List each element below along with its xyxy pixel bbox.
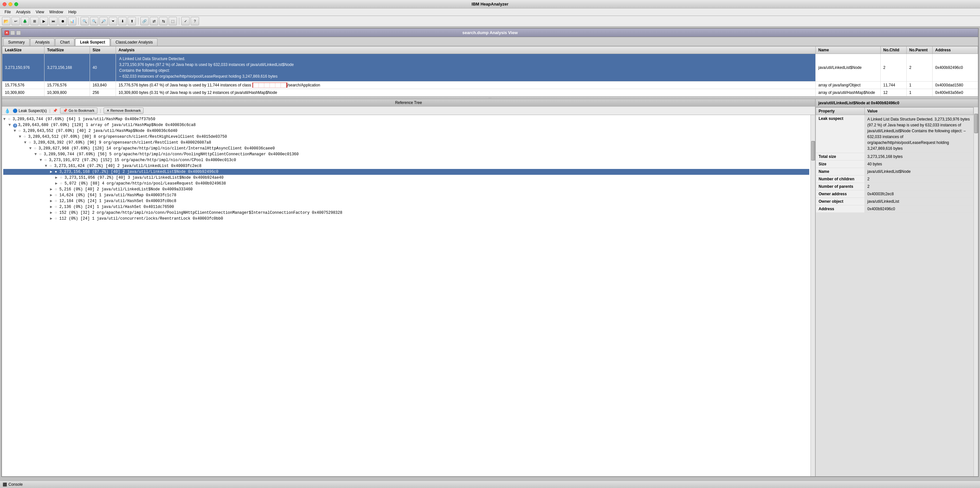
node-dot-icon: ○ xyxy=(29,140,33,145)
minimize-button[interactable] xyxy=(8,2,12,6)
cell-nochild: 11,744 xyxy=(881,81,907,89)
tool-search-prev[interactable]: 🔍 xyxy=(81,17,89,26)
col-name: Name xyxy=(816,46,881,54)
analysis-view-title: search.dump Analysis View xyxy=(462,30,518,35)
tool-search-next[interactable]: 🔍 xyxy=(90,17,99,26)
tab-analysis[interactable]: Analysis xyxy=(30,38,54,46)
tab-chart[interactable]: Chart xyxy=(55,38,74,46)
tool-link2[interactable]: ⇄ xyxy=(150,17,158,26)
tree-scrollbar[interactable] xyxy=(810,115,815,476)
tool-link3[interactable]: ⇆ xyxy=(159,17,167,26)
console-label: Console xyxy=(8,482,23,487)
tool-chart[interactable]: 📊 xyxy=(68,17,76,26)
tool-filter[interactable]: ⏷ xyxy=(109,17,117,26)
tool-tree[interactable]: 🌲 xyxy=(21,17,29,26)
menu-help[interactable]: Help xyxy=(66,9,79,15)
menu-window[interactable]: Window xyxy=(47,9,66,15)
tab-summary[interactable]: Summary xyxy=(3,38,30,46)
tool-download[interactable]: ⬇ xyxy=(118,17,127,26)
view-close[interactable]: ✕ xyxy=(5,30,9,35)
tab-bar: Summary Analysis Chart Leak Suspect Clas… xyxy=(2,37,978,46)
prop-label: Name xyxy=(816,168,865,175)
props-content: Property Value Leak suspect A Linked Lis… xyxy=(816,107,974,476)
tool-link1[interactable]: 🔗 xyxy=(140,17,149,26)
table-row[interactable]: 15,776,576 15,776,576 163,840 15,776,576… xyxy=(2,81,978,89)
tree-node[interactable]: ▼ i3,289,643,680 (97.69%) [128] 1 array … xyxy=(3,122,809,128)
tool-back[interactable]: ↩ xyxy=(11,17,20,26)
tree-node[interactable]: ▼ ○ 3,273,161,424 (97.2%) [40] 2 java/ut… xyxy=(3,163,809,169)
cell-totalsize: 15,776,576 xyxy=(45,81,90,89)
tool-box[interactable]: ⬚ xyxy=(169,17,177,26)
tree-node[interactable]: ▼ ○ 3,289,643,744 (97.69%) [64] 1 java/u… xyxy=(3,116,809,122)
tree-node[interactable]: ▶ ○ 14,624 (0%) [64] 1 java/util/HashMap… xyxy=(3,192,809,198)
cell-size: 163,840 xyxy=(90,81,116,89)
tree-node[interactable]: ▼ ○ 3,289,627,968 (97.69%) [128] 14 org/… xyxy=(3,145,809,152)
node-dot-icon: ○ xyxy=(60,181,64,186)
node-dot-icon: ○ xyxy=(54,205,59,209)
tool-upload[interactable]: ⬆ xyxy=(127,17,136,26)
separator2-icon: | xyxy=(100,108,101,113)
tree-node[interactable]: ▶ ● 3,273,156,168 (97.2%) [40] 2 java/ut… xyxy=(3,169,809,175)
tab-leak-suspect[interactable]: Leak Suspect xyxy=(75,38,110,46)
tree-node[interactable]: ▶ ○ 112 (0%) [24] 1 java/util/concurrent… xyxy=(3,216,809,222)
tab-classloader[interactable]: ClassLoader Analysis xyxy=(111,38,158,46)
tree-arrow-icon: ▶ xyxy=(50,211,54,215)
menu-view[interactable]: View xyxy=(33,9,47,15)
tool-help[interactable]: ? xyxy=(191,17,199,26)
node-dot-icon: ○ xyxy=(34,146,38,151)
props-scrollbar[interactable] xyxy=(974,107,978,476)
tree-node[interactable]: ▼ ○ 3,273,191,072 (97.2%) [152] 15 org/a… xyxy=(3,157,809,163)
tree-node[interactable]: ▼ ○ 3,289,628,392 (97.69%) [96] 9 org/op… xyxy=(3,140,809,145)
cell-address: 0x4000dad1580 xyxy=(932,81,978,89)
props-scroll-thumb[interactable] xyxy=(974,114,978,133)
node-dot-icon: ○ xyxy=(39,152,43,156)
tree-node[interactable]: ▶ ○ 5,216 (0%) [40] 2 java/util/LinkedLi… xyxy=(3,187,809,192)
tool-grid[interactable]: ⊞ xyxy=(30,17,39,26)
table-row[interactable]: 10,309,800 10,309,800 256 10,309,800 byt… xyxy=(2,89,978,96)
app-title-bar: IBM HeapAnalyzer xyxy=(0,0,980,8)
table-row[interactable]: 3,273,150,976 3,273,156,168 40 A Linked … xyxy=(2,54,978,81)
cell-noparent: 1 xyxy=(907,89,932,96)
tree-node[interactable]: ▶ ○ 5,072 (0%) [88] 4 org/apache/http/ni… xyxy=(3,181,809,187)
tool-step[interactable]: ⏭ xyxy=(49,17,57,26)
tree-node[interactable]: ▼ ○ 3,289,643,512 (97.69%) [80] 8 org/op… xyxy=(3,134,809,140)
menu-file[interactable]: File xyxy=(2,9,13,15)
cell-totalsize: 3,273,156,168 xyxy=(45,54,90,81)
menu-analysis[interactable]: Analysis xyxy=(13,9,33,15)
cell-size: 40 xyxy=(90,54,116,81)
tree-node[interactable]: ▶ ○ 3,273,151,056 (97.2%) [40] 3 java/ut… xyxy=(3,175,809,181)
tree-node[interactable]: ▶ ○ 152 (0%) [32] 2 org/apache/http/impl… xyxy=(3,210,809,216)
tool-open[interactable]: 📂 xyxy=(2,17,10,26)
goto-bookmark-button[interactable]: 📌 Go to Bookmark xyxy=(60,108,97,114)
view-restore[interactable] xyxy=(10,30,15,35)
remove-bookmark-button[interactable]: ✕ Remove Bookmark xyxy=(103,108,144,114)
tree-node[interactable]: ▼ ○ 3,289,590,744 (97.69%) [56] 5 org/ap… xyxy=(3,152,809,157)
tool-search2[interactable]: 🔎 xyxy=(99,17,108,26)
tree-arrow-icon: ▶ xyxy=(55,175,60,180)
toolbar: 📂 ↩ 🌲 ⊞ ▶ ⏭ ⏺ 📊 🔍 🔍 🔎 ⏷ ⬇ ⬆ 🔗 ⇄ ⇆ ⬚ ✓ ? xyxy=(0,16,980,27)
close-button[interactable] xyxy=(3,2,6,6)
tool-record[interactable]: ⏺ xyxy=(59,17,67,26)
props-scroll-wrap: Property Value Leak suspect A Linked Lis… xyxy=(816,107,978,476)
maximize-button[interactable] xyxy=(14,2,18,6)
cell-nochild: 2 xyxy=(881,54,907,81)
scroll-thumb[interactable] xyxy=(811,141,815,161)
prop-label: Size xyxy=(816,161,865,168)
tree-node[interactable]: ▼ ○ 3,289,643,552 (97.69%) [40] 2 java/u… xyxy=(3,128,809,134)
view-maximize[interactable] xyxy=(16,30,21,35)
props-row: Number of parents 2 xyxy=(816,183,974,190)
cell-noparent: 1 xyxy=(907,81,932,89)
tree-node[interactable]: ▶ ○ 12,184 (0%) [24] 1 java/util/HashSet… xyxy=(3,198,809,204)
analysis-view-titlebar: ✕ search.dump Analysis View xyxy=(2,29,978,37)
analysis-tooltip: A Linked List Data Structure Detected. 3… xyxy=(116,54,815,81)
node-dot-icon: ○ xyxy=(60,175,64,180)
resize-divider[interactable]: ⋯ xyxy=(2,96,978,99)
cell-address: 0x400e83a56e0 xyxy=(932,89,978,96)
cell-name: array of java/util/HashMap$Node xyxy=(816,89,881,96)
col-totalsize: TotalSize xyxy=(45,46,90,54)
tool-play[interactable]: ▶ xyxy=(40,17,48,26)
cell-analysis: A Linked List Data Structure Detected. 3… xyxy=(116,54,816,81)
tool-check[interactable]: ✓ xyxy=(181,17,189,26)
prop-value: A Linked List Data Structure Detected. 3… xyxy=(865,115,974,153)
tree-node[interactable]: ▶ ○ 2,136 (0%) [24] 1 java/util/HashSet … xyxy=(3,204,809,210)
